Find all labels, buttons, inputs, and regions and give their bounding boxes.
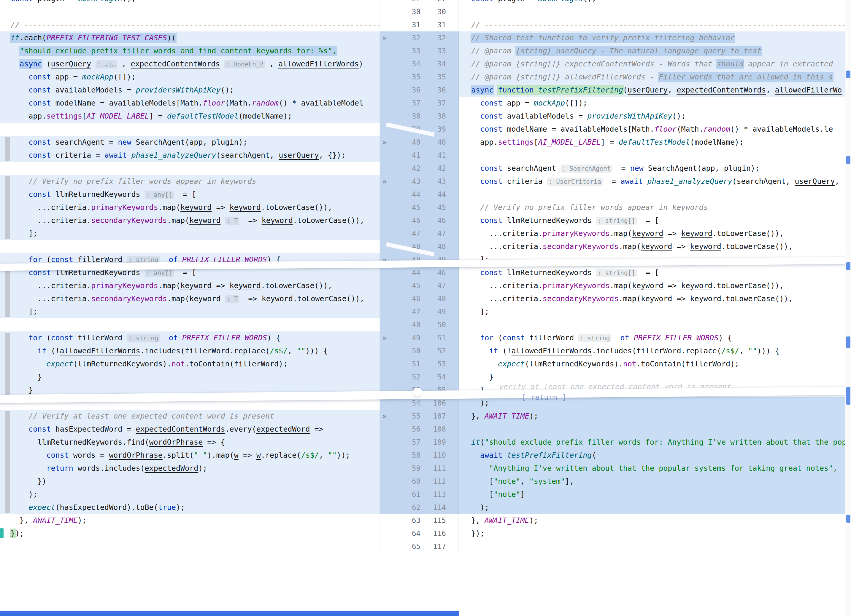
code-line-left[interactable] [0, 318, 380, 331]
code-line-right[interactable]: // @param {string[]} allowedFillerWords … [459, 70, 845, 84]
line-number-right[interactable]: 108 [421, 423, 459, 436]
expand-chevron-icon[interactable] [380, 279, 393, 292]
code-line-left[interactable]: const searchAgent = new SearchAgent(app,… [0, 136, 380, 149]
line-number-left[interactable]: 46 [393, 214, 421, 227]
expand-chevron-icon[interactable] [380, 449, 393, 462]
line-number-right[interactable]: 35 [421, 70, 459, 84]
code-line-right[interactable]: }, AWAIT_TIME); [459, 514, 845, 527]
code-line-right[interactable]: const searchAgent : SearchAgent = new Se… [459, 162, 845, 175]
code-line-right[interactable]: async function testPrefixFiltering(userQ… [459, 84, 845, 97]
code-line-right[interactable] [459, 5, 845, 18]
line-number-left[interactable]: 63 [393, 514, 421, 527]
expand-chevron-icon[interactable] [380, 70, 393, 84]
line-number-left[interactable]: 36 [393, 84, 421, 97]
expand-chevron-icon[interactable] [380, 0, 393, 5]
line-number-right[interactable]: 117 [421, 540, 459, 553]
line-number-left[interactable]: 41 [393, 149, 421, 162]
expand-chevron-icon[interactable] [380, 18, 393, 31]
code-line-left[interactable] [0, 5, 380, 18]
line-number-right[interactable]: 52 [421, 345, 459, 358]
code-line-right[interactable]: it("should exclude prefix filler words f… [459, 436, 845, 449]
code-line-left[interactable]: if (!allowedFillerWords.includes(fillerW… [0, 345, 380, 358]
code-line-left[interactable]: }) [0, 475, 380, 488]
line-number-left[interactable]: 50 [393, 345, 421, 358]
expand-chevron-icon[interactable] [380, 540, 393, 553]
code-line-right[interactable]: // @param {string} userQuery - The natur… [459, 45, 845, 57]
line-number-left[interactable]: 44 [393, 188, 421, 201]
expand-chevron-icon[interactable] [380, 318, 393, 331]
code-line-right[interactable]: ...criteria.secondaryKeywords.map(keywor… [459, 240, 845, 253]
code-line-right[interactable]: const availableModels = providersWithApi… [459, 110, 845, 123]
code-line-left[interactable]: const plugin = mockPlugin(); [0, 0, 380, 5]
line-number-right[interactable]: 46 [421, 266, 459, 279]
code-line-right[interactable]: const plugin = mockPlugin(); [459, 0, 845, 5]
line-number-left[interactable]: 52 [393, 370, 421, 384]
code-line-left[interactable]: ...criteria.secondaryKeywords.map(keywor… [0, 292, 380, 305]
expand-chevron-icon[interactable] [380, 149, 393, 162]
code-line-left[interactable]: const llmReturnedKeywords : any[] = [ [0, 188, 380, 201]
code-line-left[interactable]: async (userQuery : …|… , expectedContent… [0, 57, 380, 70]
line-number-left[interactable]: 38 [393, 110, 421, 123]
expand-chevron-icon[interactable] [380, 475, 393, 488]
code-line-right[interactable]: ); [459, 397, 845, 410]
expand-chevron-icon[interactable] [380, 501, 393, 514]
code-line-right[interactable]: if (!allowedFillerWords.includes(fillerW… [459, 345, 845, 358]
code-line-left[interactable]: return words.includes(expectedWord); [0, 462, 380, 475]
code-line-left[interactable]: for (const fillerWord : string of PREFIX… [0, 331, 380, 345]
line-number-right[interactable]: 53 [421, 358, 459, 370]
line-number-right[interactable]: 32 [421, 31, 459, 45]
line-number-right[interactable]: 30 [421, 5, 459, 18]
line-number-left[interactable]: 33 [393, 45, 421, 57]
line-number-right[interactable]: 37 [421, 97, 459, 110]
code-line-left[interactable]: const hasExpectedWord = expectedContentW… [0, 423, 380, 436]
code-line-right[interactable]: ...criteria.primaryKeywords.map(keyword … [459, 279, 845, 292]
expand-chevron-icon[interactable] [380, 292, 393, 305]
expand-chevron-icon[interactable] [380, 488, 393, 501]
code-line-left[interactable]: it.each(PREFIX_FILTERING_TEST_CASES)( [0, 31, 380, 45]
code-line-right[interactable]: expect(llmReturnedKeywords).not.toContai… [459, 358, 845, 370]
code-line-right[interactable]: }); [459, 527, 845, 540]
code-line-left[interactable]: const app = mockApp([]); [0, 70, 380, 84]
code-line-left[interactable]: ...criteria.secondaryKeywords.map(keywor… [0, 214, 380, 227]
code-line-left[interactable]: llmReturnedKeywords.find(wordOrPhrase =>… [0, 436, 380, 449]
code-line-left[interactable]: }); [0, 527, 380, 540]
line-number-right[interactable]: 38 [421, 110, 459, 123]
line-number-left[interactable]: 46 [393, 292, 421, 305]
code-line-right[interactable]: ["note", "system"], [459, 475, 845, 488]
code-line-left[interactable]: expect(llmReturnedKeywords).not.toContai… [0, 358, 380, 370]
line-number-left[interactable]: 62 [393, 501, 421, 514]
code-line-left[interactable]: expect(hasExpectedWord).toBe(true); [0, 501, 380, 514]
line-number-right[interactable]: 50 [421, 318, 459, 331]
line-number-left[interactable]: 47 [393, 227, 421, 240]
code-line-left[interactable]: ); [0, 488, 380, 501]
line-number-right[interactable]: 42 [421, 162, 459, 175]
code-line-right[interactable]: const llmReturnedKeywords : string[] = [ [459, 266, 845, 279]
line-number-left[interactable]: 48 [393, 318, 421, 331]
expand-chevron-icon[interactable] [380, 227, 393, 240]
line-number-left[interactable]: 56 [393, 423, 421, 436]
expand-chevron-icon[interactable] [380, 162, 393, 175]
code-line-left[interactable]: // Verify at least one expected content … [0, 410, 380, 423]
line-number-left[interactable]: 64 [393, 527, 421, 540]
line-number-left[interactable]: 59 [393, 462, 421, 475]
code-line-right[interactable]: ); [459, 501, 845, 514]
line-number-right[interactable]: 44 [421, 188, 459, 201]
code-line-right[interactable]: const llmReturnedKeywords : string[] = [ [459, 214, 845, 227]
expand-chevron-icon[interactable]: » [380, 331, 393, 345]
expand-chevron-icon[interactable] [380, 201, 393, 214]
expand-chevron-icon[interactable]: » [380, 175, 393, 188]
line-number-right[interactable]: 46 [421, 214, 459, 227]
line-number-left[interactable]: 42 [393, 162, 421, 175]
line-number-left[interactable]: 32 [393, 31, 421, 45]
code-line-right[interactable]: // Shared test function to verify prefix… [459, 31, 845, 45]
line-number-left[interactable]: 61 [393, 488, 421, 501]
expand-chevron-icon[interactable] [380, 5, 393, 18]
line-number-right[interactable]: 51 [421, 331, 459, 345]
code-line-left[interactable]: const criteria = await phase1_analyzeQue… [0, 149, 380, 162]
line-number-left[interactable]: 45 [393, 201, 421, 214]
line-number-right[interactable]: 107 [421, 410, 459, 423]
expand-chevron-icon[interactable]: » [380, 410, 393, 423]
code-line-left[interactable]: // Verify no prefix filler words appear … [0, 175, 380, 188]
code-line-right[interactable]: } [459, 370, 845, 384]
line-number-right[interactable]: 109 [421, 436, 459, 449]
